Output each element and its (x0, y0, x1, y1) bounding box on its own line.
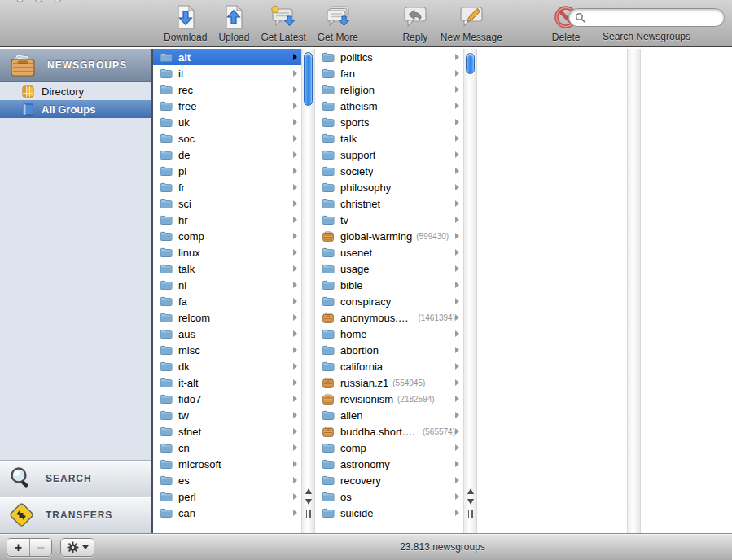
folder-row[interactable]: dk (153, 358, 301, 374)
get-latest-button[interactable]: Get Latest (261, 2, 305, 43)
chevron-right-icon (455, 396, 459, 402)
chevron-right-icon (455, 282, 459, 288)
close-button[interactable] (16, 0, 24, 2)
folder-row[interactable]: usage (315, 260, 463, 277)
folder-row[interactable]: fan (315, 65, 463, 81)
folder-row[interactable]: atheism (315, 98, 463, 114)
column-resize-grip[interactable] (464, 510, 476, 519)
folder-row[interactable]: comp (153, 228, 301, 244)
folder-row[interactable]: sci (153, 195, 301, 212)
folder-row[interactable]: support (315, 147, 463, 163)
folder-row[interactable]: comp (315, 440, 463, 456)
folder-row[interactable]: philosophy (315, 179, 463, 195)
search-input[interactable] (589, 12, 718, 24)
folder-row[interactable]: alien (315, 407, 463, 423)
scrollbar-thumb[interactable] (466, 53, 475, 74)
folder-row[interactable]: de (153, 147, 301, 163)
search-field[interactable] (568, 8, 725, 27)
folder-row[interactable]: tv (315, 212, 463, 228)
browser-column-2: politics fan religion atheism sports tal… (315, 49, 463, 533)
newsgroup-row[interactable]: russian.z1(554945) (315, 374, 463, 391)
folder-row[interactable]: sfnet (153, 423, 301, 440)
newsgroup-row[interactable]: anonymous.m…(1461394) (315, 309, 463, 326)
folder-row[interactable]: rec (153, 81, 301, 98)
sidebar-section-transfers[interactable]: TRANSFERS (0, 497, 151, 533)
folder-row[interactable]: uk (153, 114, 301, 130)
folder-row[interactable]: free (153, 98, 301, 114)
folder-row[interactable]: talk (315, 130, 463, 147)
folder-row[interactable]: astronomy (315, 456, 463, 472)
download-button[interactable]: Download (164, 2, 207, 43)
newsgroup-row[interactable]: buddha.short.f…(565574) (315, 423, 463, 440)
chevron-right-icon (455, 428, 459, 435)
folder-row[interactable]: suicide (315, 505, 463, 521)
folder-row[interactable]: bible (315, 277, 463, 293)
folder-row[interactable]: fido7 (153, 391, 301, 407)
new-message-button[interactable]: New Message (441, 2, 502, 43)
upload-button[interactable]: Upload (218, 2, 249, 43)
folder-row[interactable]: soc (153, 130, 301, 147)
folder-row[interactable]: can (153, 505, 301, 521)
folder-row[interactable]: conspiracy (315, 293, 463, 309)
folder-row[interactable]: perl (153, 488, 301, 505)
folder-row[interactable]: misc (153, 342, 301, 358)
folder-row[interactable]: religion (315, 81, 463, 98)
folder-row[interactable]: recovery (315, 472, 463, 488)
folder-row[interactable]: talk (153, 260, 301, 277)
newsgroup-row[interactable]: global-warming(599430) (315, 228, 463, 244)
sidebar-section-newsgroups[interactable]: NEWSGROUPS (0, 49, 151, 82)
sidebar-item-directory[interactable]: Directory (0, 82, 151, 100)
folder-row[interactable]: it (153, 65, 301, 81)
folder-row[interactable]: nl (153, 277, 301, 293)
folder-row[interactable]: cn (153, 440, 301, 456)
column-1-scrollbar[interactable] (301, 49, 315, 533)
chevron-right-icon (455, 493, 459, 500)
get-more-button[interactable]: Get More (318, 2, 358, 43)
zoom-button[interactable] (54, 0, 61, 2)
scroll-down-arrow[interactable] (464, 497, 476, 507)
actions-gear-button[interactable] (61, 539, 94, 556)
folder-row[interactable]: sports (315, 114, 463, 130)
folder-row[interactable]: usenet (315, 244, 463, 260)
folder-row[interactable]: pl (153, 163, 301, 179)
remove-button[interactable]: − (29, 539, 51, 556)
row-label: sci (178, 198, 191, 210)
folder-row[interactable]: es (153, 472, 301, 488)
folder-row[interactable]: christnet (315, 195, 463, 212)
scroll-up-arrow[interactable] (302, 486, 314, 497)
folder-icon (160, 327, 173, 340)
sidebar-section-label: SEARCH (46, 473, 92, 484)
folder-row[interactable]: california (315, 358, 463, 374)
chevron-right-icon (455, 184, 459, 190)
folder-row[interactable]: home (315, 326, 463, 342)
folder-row[interactable]: abortion (315, 342, 463, 358)
folder-row[interactable]: hr (153, 212, 301, 228)
folder-row[interactable]: it-alt (153, 374, 301, 391)
folder-row[interactable]: aus (153, 326, 301, 342)
column-2-scrollbar[interactable] (463, 49, 477, 533)
scroll-down-arrow[interactable] (302, 497, 314, 507)
folder-row[interactable]: society (315, 163, 463, 179)
minimize-button[interactable] (35, 0, 42, 2)
folder-row[interactable]: microsoft (153, 456, 301, 472)
folder-icon (160, 197, 173, 210)
add-button[interactable]: + (7, 539, 29, 556)
sidebar-section-search[interactable]: SEARCH (0, 460, 151, 497)
folder-row[interactable]: fr (153, 179, 301, 195)
search-icon (575, 12, 585, 23)
folder-icon (160, 262, 173, 275)
column-resize-grip[interactable] (302, 510, 314, 519)
folder-row[interactable]: politics (315, 49, 463, 65)
reply-button[interactable]: Reply (401, 2, 429, 43)
folder-row[interactable]: os (315, 488, 463, 505)
folder-row[interactable]: linux (153, 244, 301, 260)
newsgroup-row[interactable]: revisionism(2182594) (315, 391, 463, 407)
scroll-up-arrow[interactable] (464, 486, 476, 497)
scrollbar-thumb[interactable] (304, 52, 313, 106)
article-count: (1461394) (418, 313, 455, 322)
sidebar-item-all-groups[interactable]: All Groups (0, 100, 151, 118)
folder-row[interactable]: fa (153, 293, 301, 309)
folder-row[interactable]: relcom (153, 309, 301, 326)
folder-row[interactable]: tw (153, 407, 301, 423)
folder-row[interactable]: alt (153, 49, 301, 65)
